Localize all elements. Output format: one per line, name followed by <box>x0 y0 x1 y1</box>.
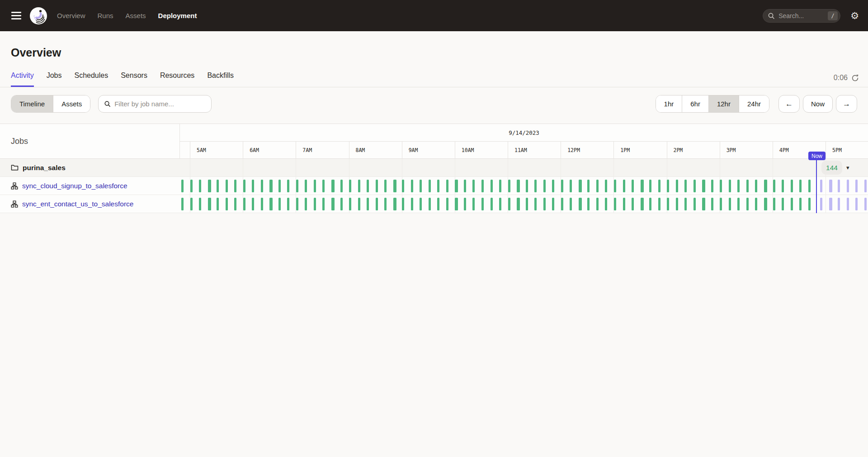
run-tick-succeeded[interactable] <box>711 180 713 192</box>
run-tick-succeeded[interactable] <box>314 180 316 192</box>
range-24hr-button[interactable]: 24hr <box>739 95 769 112</box>
run-tick-succeeded[interactable] <box>658 180 660 192</box>
run-tick-succeeded[interactable] <box>755 180 757 192</box>
run-tick-succeeded[interactable] <box>693 198 696 210</box>
run-tick-succeeded[interactable] <box>305 180 307 192</box>
run-tick-succeeded[interactable] <box>808 180 811 192</box>
run-tick-succeeded[interactable] <box>517 198 520 210</box>
run-tick-succeeded[interactable] <box>358 180 360 192</box>
run-tick-succeeded[interactable] <box>393 180 396 192</box>
run-tick-succeeded[interactable] <box>614 180 616 192</box>
run-tick-succeeded[interactable] <box>305 198 307 210</box>
run-tick-succeeded[interactable] <box>455 180 458 192</box>
run-tick-succeeded[interactable] <box>641 180 644 192</box>
gear-icon[interactable]: ⚙ <box>850 11 859 20</box>
run-tick-succeeded[interactable] <box>411 198 413 210</box>
run-tick-succeeded[interactable] <box>543 180 546 192</box>
run-tick-succeeded[interactable] <box>605 198 607 210</box>
run-tick-scheduled[interactable] <box>829 180 832 192</box>
run-tick-scheduled[interactable] <box>864 180 867 192</box>
run-tick-succeeded[interactable] <box>217 198 219 210</box>
run-tick-succeeded[interactable] <box>367 180 369 192</box>
run-tick-succeeded[interactable] <box>234 180 236 192</box>
run-tick-succeeded[interactable] <box>711 198 713 210</box>
run-tick-succeeded[interactable] <box>799 180 802 192</box>
run-tick-succeeded[interactable] <box>411 180 413 192</box>
run-tick-succeeded[interactable] <box>208 198 211 210</box>
run-tick-succeeded[interactable] <box>367 198 369 210</box>
run-tick-succeeded[interactable] <box>402 198 404 210</box>
run-tick-succeeded[interactable] <box>764 198 767 210</box>
run-tick-succeeded[interactable] <box>517 180 520 192</box>
tab-jobs[interactable]: Jobs <box>47 71 62 87</box>
run-tick-succeeded[interactable] <box>755 198 757 210</box>
menu-icon[interactable] <box>11 12 21 19</box>
run-tick-scheduled[interactable] <box>820 180 822 192</box>
run-tick-succeeded[interactable] <box>605 180 607 192</box>
job-link[interactable]: sync_ent_contact_us_to_salesforce <box>22 200 133 208</box>
nav-link-overview[interactable]: Overview <box>57 12 85 19</box>
run-tick-succeeded[interactable] <box>322 180 325 192</box>
run-tick-succeeded[interactable] <box>534 198 537 210</box>
tab-sensors[interactable]: Sensors <box>121 71 147 87</box>
run-tick-succeeded[interactable] <box>252 180 254 192</box>
run-tick-succeeded[interactable] <box>376 180 378 192</box>
run-tick-succeeded[interactable] <box>534 180 537 192</box>
run-tick-succeeded[interactable] <box>208 180 211 192</box>
run-tick-succeeded[interactable] <box>658 198 660 210</box>
run-tick-succeeded[interactable] <box>587 180 590 192</box>
run-tick-succeeded[interactable] <box>464 180 466 192</box>
run-tick-succeeded[interactable] <box>508 198 510 210</box>
run-tick-succeeded[interactable] <box>429 180 431 192</box>
run-tick-succeeded[interactable] <box>632 198 634 210</box>
run-tick-succeeded[interactable] <box>579 180 582 192</box>
run-tick-succeeded[interactable] <box>729 198 731 210</box>
run-tick-succeeded[interactable] <box>676 198 678 210</box>
run-tick-succeeded[interactable] <box>402 180 404 192</box>
run-tick-succeeded[interactable] <box>791 198 793 210</box>
table-row-group-purina-sales[interactable]: purina_sales 144 ▾ <box>0 159 868 177</box>
run-tick-succeeded[interactable] <box>376 198 378 210</box>
run-tick-succeeded[interactable] <box>340 198 343 210</box>
run-tick-succeeded[interactable] <box>737 198 740 210</box>
tab-resources[interactable]: Resources <box>160 71 194 87</box>
nav-link-runs[interactable]: Runs <box>98 12 113 19</box>
run-tick-succeeded[interactable] <box>491 180 493 192</box>
run-tick-succeeded[interactable] <box>217 180 219 192</box>
run-tick-succeeded[interactable] <box>614 198 616 210</box>
job-link[interactable]: sync_cloud_signup_to_salesforce <box>22 182 127 190</box>
run-tick-succeeded[interactable] <box>243 180 245 192</box>
run-tick-succeeded[interactable] <box>296 198 298 210</box>
run-tick-succeeded[interactable] <box>384 180 387 192</box>
run-tick-succeeded[interactable] <box>526 198 528 210</box>
run-tick-succeeded[interactable] <box>649 198 651 210</box>
run-tick-succeeded[interactable] <box>561 198 563 210</box>
run-tick-succeeded[interactable] <box>314 198 316 210</box>
run-tick-succeeded[interactable] <box>190 198 193 210</box>
run-tick-succeeded[interactable] <box>181 198 184 210</box>
tab-backfills[interactable]: Backfills <box>207 71 234 87</box>
run-tick-succeeded[interactable] <box>526 180 528 192</box>
run-tick-succeeded[interactable] <box>420 180 422 192</box>
run-tick-succeeded[interactable] <box>243 198 245 210</box>
run-tick-succeeded[interactable] <box>702 180 705 192</box>
run-tick-succeeded[interactable] <box>190 180 193 192</box>
run-tick-succeeded[interactable] <box>684 198 687 210</box>
run-tick-succeeded[interactable] <box>729 180 731 192</box>
run-tick-scheduled[interactable] <box>847 180 849 192</box>
run-tick-succeeded[interactable] <box>782 198 784 210</box>
run-tick-succeeded[interactable] <box>737 180 740 192</box>
run-count-badge[interactable]: 144 <box>821 161 842 175</box>
job-filter-input[interactable]: Filter by job name... <box>98 95 212 113</box>
run-tick-succeeded[interactable] <box>226 180 228 192</box>
timeline-now-button[interactable]: Now <box>803 95 833 113</box>
run-tick-succeeded[interactable] <box>278 180 281 192</box>
run-tick-succeeded[interactable] <box>269 180 273 192</box>
run-tick-succeeded[interactable] <box>552 180 554 192</box>
run-tick-succeeded[interactable] <box>446 180 448 192</box>
run-tick-succeeded[interactable] <box>676 180 678 192</box>
range-6hr-button[interactable]: 6hr <box>682 95 709 112</box>
run-tick-succeeded[interactable] <box>508 180 510 192</box>
nav-link-deployment[interactable]: Deployment <box>158 12 197 19</box>
run-tick-succeeded[interactable] <box>491 198 493 210</box>
